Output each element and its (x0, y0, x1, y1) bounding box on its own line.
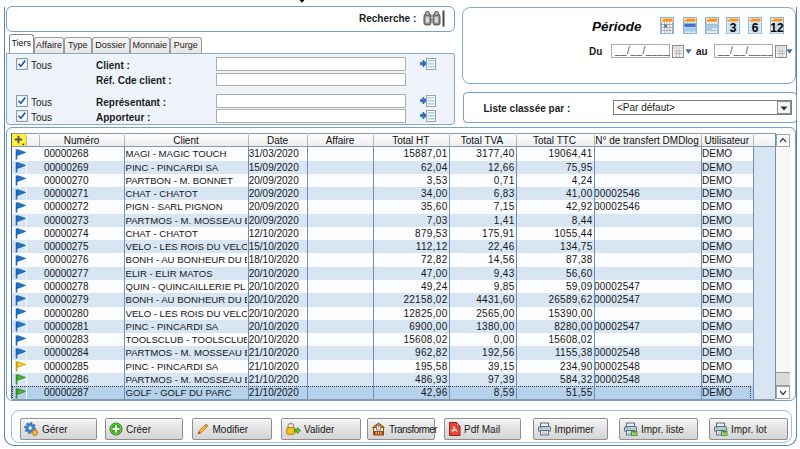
svg-text:12: 12 (770, 21, 784, 35)
svg-text:6: 6 (751, 21, 758, 35)
svg-text:3: 3 (730, 21, 737, 35)
